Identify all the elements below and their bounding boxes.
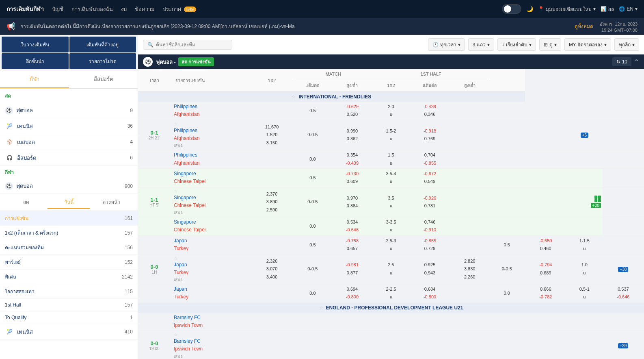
more-jt-2[interactable]: +38 [603, 254, 644, 284]
menu-item-matches[interactable]: การแข่งขัน 161 [0, 211, 138, 226]
team-ipswich-1[interactable]: Ipswich Town [174, 322, 249, 329]
language-button[interactable]: 🌐 EN ▾ [619, 6, 638, 12]
match-h-odds-1: -0.629 0.520 [331, 102, 373, 120]
half-ou3-jt: 0.5-1 u [566, 284, 603, 303]
bi-odds-1 [250, 313, 603, 331]
menu-item-1st-half[interactable]: 1st Half 157 [0, 299, 138, 311]
fav-star-jt[interactable]: ☆ [174, 256, 178, 261]
chevron-rows-icon: ▾ [487, 42, 490, 48]
match-h-odds-jt-1: -0.758 0.657 [331, 235, 373, 254]
theme-toggle[interactable] [502, 4, 521, 14]
top-navigation: การเดิมพันกีฬา บัญชี การเดิมพันของฉัน งบ… [0, 0, 644, 18]
match-ou2-odds-1: -0.918 0.769 [409, 120, 450, 150]
fav-star-1[interactable]: ☆ [174, 122, 178, 126]
team-chinesetaipei-1[interactable]: Chinese Taipei [174, 178, 249, 185]
nav-account[interactable]: บัญชี [52, 5, 63, 13]
pending-bets-button[interactable]: เดิมพันที่ค้างอยู่ [69, 37, 136, 52]
match-ou-odds-1: -0.439 0.346 [409, 102, 450, 120]
team-japan-1[interactable]: Japan [174, 237, 249, 245]
team-afghanistan-1[interactable]: Afghanistan [174, 111, 249, 118]
team-singapore-1[interactable]: Singapore [174, 170, 249, 178]
search-box[interactable]: 🔍 [143, 40, 232, 50]
league-star-international[interactable]: ☆ [292, 94, 296, 99]
half-ph3 [451, 150, 566, 169]
favorites-button[interactable]: รายการโปรด [69, 53, 136, 69]
team-chinesetaipei-2[interactable]: Chinese Taipei [174, 202, 249, 209]
more-bi-2[interactable]: +39 [603, 331, 644, 359]
team-barnsley-1[interactable]: Barnsley FC [174, 314, 249, 322]
toolbar: 🔍 🕐 ทุกเวลา ▾ 3 แถว ▾ ↕ เรียงลำดับ ▾ ⊞ ด… [138, 35, 644, 54]
team-ipswich-2[interactable]: Ipswich Town [174, 345, 249, 353]
team-turkey-3[interactable]: Turkey [174, 293, 249, 301]
menu-item-total-score[interactable]: คะแนนรวมของทีม 156 [0, 240, 138, 255]
more-btn-1[interactable]: +6 [566, 120, 603, 150]
filter-odds[interactable]: MY อัตราต่อรอง ▾ [564, 38, 611, 51]
filter-leagues[interactable]: ทุกลีก ▾ [614, 38, 639, 51]
league-name-england: ENGLAND - PROFESSIONAL DEVELOPMENT LEAGU… [326, 305, 463, 311]
team-japan-2[interactable]: Japan [174, 261, 249, 269]
menu-item-special[interactable]: พิเศษ 2142 [0, 270, 138, 284]
sub-tab-today[interactable]: วันนี้ [48, 196, 90, 209]
search-input[interactable] [156, 42, 221, 48]
team-singapore-3[interactable]: Singapore [174, 218, 249, 226]
nav-message[interactable]: ข้อความ [135, 5, 155, 13]
team-philippines-2[interactable]: Philippines [174, 127, 249, 135]
table-row: Singapore Chinese Taipei 0.5 -0.730 0.60… [138, 168, 644, 187]
team-philippines-1[interactable]: Philippines [174, 103, 249, 111]
announcement-date: อังคาร, 12กย. 2023 19:24 GMT+07:00 [600, 20, 638, 33]
team-barnsley-2[interactable]: Barnsley FC [174, 337, 249, 345]
sidebar: ใบวางเดิมพัน เดิมพันที่ค้างอยู่ ลีกชั้นน… [0, 35, 138, 359]
team-chinesetaipei-3[interactable]: Chinese Taipei [174, 226, 249, 234]
team-cell-bi-2: ☆ Barnsley FC Ipswich Town เสมอ [171, 331, 250, 359]
half-1x2-jt-2: 2.820 3.830 2.260 [451, 254, 489, 284]
menu-item-double-chance[interactable]: โอกาสสองเท่า 115 [0, 284, 138, 299]
sidebar-item-football-main[interactable]: ⚽ ฟุตบอล 900 [0, 178, 138, 194]
match-h3-sg: 0.0 [294, 217, 331, 236]
menu-item-parlay[interactable]: พาร์เลย์ 152 [0, 255, 138, 270]
menu-item-to-qualify[interactable]: To Qualify 1 [0, 311, 138, 324]
nav-budget[interactable]: งบ [121, 5, 127, 13]
more-sg-2[interactable]: +20 [566, 187, 603, 217]
more-button-jt[interactable]: +38 [618, 267, 628, 272]
sidebar-item-esports-live[interactable]: 🎧 อีสปอร์ต 6 [0, 150, 138, 166]
results-button[interactable]: 📊 ผล [601, 5, 614, 13]
filter-view[interactable]: ⊞ ดู ▾ [539, 38, 561, 51]
team-japan-3[interactable]: Japan [174, 285, 249, 293]
see-all-link[interactable]: ดูทั้งหมด [575, 22, 593, 30]
team-turkey-1[interactable]: Turkey [174, 245, 249, 252]
top-leagues-button[interactable]: ลีกชั้นนำ [2, 53, 69, 69]
team-cell-phil-afg-2: ☆ Philippines Afghanistan เสมอ [171, 120, 250, 150]
tab-sports[interactable]: กีฬา [0, 71, 69, 88]
filter-sort[interactable]: ↕ เรียงลำดับ ▾ [497, 38, 536, 51]
menu-item-1x2[interactable]: 1x2 (เต็มเวลา & ครึ่งแรก) 157 [0, 226, 138, 240]
betslip-button[interactable]: ใบวางเดิมพัน [2, 37, 69, 52]
brand-label: การเดิมพันกีฬา [6, 4, 44, 13]
sub-tab-live[interactable]: สด [5, 196, 48, 209]
refresh-button[interactable]: ↻ 10 [612, 57, 631, 66]
team-turkey-2[interactable]: Turkey [174, 269, 249, 276]
fav-star-bi[interactable]: ☆ [174, 332, 178, 337]
filter-time[interactable]: 🕐 ทุกเวลา ▾ [428, 38, 465, 51]
sidebar-item-baseball-live[interactable]: ⚾ เบสบอล 4 [0, 134, 138, 150]
league-star-england[interactable]: ☆ [319, 305, 323, 310]
tab-esports[interactable]: อีสปอร์ต [69, 71, 138, 88]
fav-star-sg[interactable]: ☆ [174, 189, 178, 194]
nav-announcement[interactable]: ประกาศ 549 [163, 5, 196, 13]
more-button-bi[interactable]: +39 [618, 343, 628, 348]
nav-mybets[interactable]: การเดิมพันของฉัน [71, 5, 113, 13]
team-singapore-2[interactable]: Singapore [174, 194, 249, 202]
filter-rows[interactable]: 3 แถว ▾ [468, 38, 494, 51]
location-button[interactable]: 📍 มุมมองเอเชียแบบใหม่ ▾ [538, 5, 596, 13]
half-group-header: 1ST HALF [373, 69, 489, 79]
team-philippines-3[interactable]: Philippines [174, 151, 249, 159]
sub-tab-upcoming[interactable]: ล่วงหน้า [90, 196, 133, 209]
team-afghanistan-3[interactable]: Afghanistan [174, 159, 249, 167]
table-row: Japan Turkey 0.0 0.694 -0.800 2-2.5 [138, 284, 644, 303]
sidebar-item-tennis-all[interactable]: 🎾 เทนนิส 410 [0, 324, 138, 340]
collapse-button[interactable]: ⌃ [634, 58, 639, 66]
sidebar-item-tennis-live[interactable]: 🎾 เทนนิส 36 [0, 118, 138, 134]
time-cell-bi-1 [138, 313, 171, 331]
team-afghanistan-2[interactable]: Afghanistan [174, 135, 249, 142]
more-button-sg[interactable]: +20 [591, 203, 601, 208]
sidebar-item-football-live[interactable]: ⚽ ฟุตบอล 9 [0, 103, 138, 118]
